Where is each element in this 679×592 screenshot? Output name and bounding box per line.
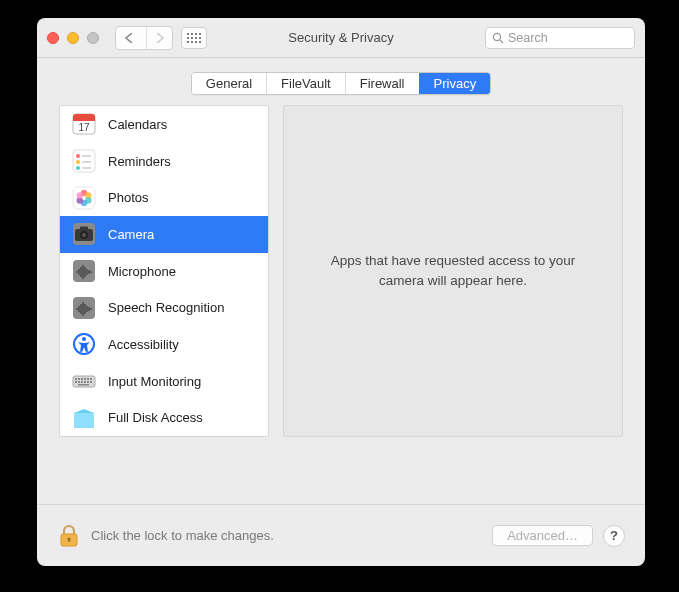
- nav-buttons: [115, 26, 173, 50]
- svg-rect-51: [87, 378, 89, 380]
- svg-rect-57: [87, 381, 89, 383]
- svg-line-1: [500, 40, 503, 43]
- photos-icon: [70, 184, 98, 212]
- svg-rect-25: [73, 260, 95, 282]
- sidebar-item-label: Speech Recognition: [108, 300, 224, 315]
- detail-message: Apps that have requested access to your …: [314, 251, 592, 290]
- svg-rect-48: [78, 378, 80, 380]
- sidebar-item-label: Input Monitoring: [108, 374, 201, 389]
- svg-point-7: [76, 154, 80, 158]
- sidebar-item-label: Full Disk Access: [108, 410, 203, 425]
- microphone-icon: [70, 257, 98, 285]
- svg-rect-59: [78, 384, 89, 386]
- svg-rect-4: [73, 119, 95, 121]
- svg-rect-24: [80, 227, 88, 230]
- tabs-row: General FileVault Firewall Privacy: [37, 58, 645, 105]
- svg-rect-58: [90, 381, 92, 383]
- svg-point-0: [493, 33, 500, 40]
- minimize-window-button[interactable]: [67, 32, 79, 44]
- back-button[interactable]: [116, 27, 142, 49]
- lock-button[interactable]: [57, 524, 81, 548]
- search-field[interactable]: Search: [485, 27, 635, 49]
- footer: Click the lock to make changes. Advanced…: [37, 504, 645, 566]
- sidebar-item-full-disk-access[interactable]: Full Disk Access: [60, 399, 268, 436]
- speech-icon: [70, 294, 98, 322]
- disk-icon: [70, 404, 98, 432]
- close-window-button[interactable]: [47, 32, 59, 44]
- show-all-button[interactable]: [181, 27, 207, 49]
- keyboard-icon: [70, 367, 98, 395]
- sidebar-item-camera[interactable]: Camera: [60, 216, 268, 253]
- zoom-window-button[interactable]: [87, 32, 99, 44]
- forward-button[interactable]: [146, 27, 172, 49]
- sidebar-item-photos[interactable]: Photos: [60, 179, 268, 216]
- sidebar-item-label: Accessibility: [108, 337, 179, 352]
- privacy-categories-list: 17 Calendars Reminders Photos: [59, 105, 269, 437]
- sidebar-item-label: Calendars: [108, 117, 167, 132]
- tab-filevault[interactable]: FileVault: [266, 73, 345, 94]
- sidebar-item-label: Camera: [108, 227, 154, 242]
- advanced-button[interactable]: Advanced…: [492, 525, 593, 546]
- svg-rect-50: [84, 378, 86, 380]
- search-placeholder: Search: [508, 31, 548, 45]
- tabs: General FileVault Firewall Privacy: [191, 72, 491, 95]
- lock-icon: [59, 524, 79, 548]
- sidebar-item-input-monitoring[interactable]: Input Monitoring: [60, 363, 268, 400]
- svg-point-19: [77, 192, 83, 198]
- sidebar-item-microphone[interactable]: Microphone: [60, 253, 268, 290]
- help-button[interactable]: ?: [603, 525, 625, 547]
- svg-rect-34: [73, 297, 95, 319]
- svg-rect-62: [68, 539, 70, 542]
- sidebar-item-calendars[interactable]: 17 Calendars: [60, 106, 268, 143]
- chevron-left-icon: [125, 33, 134, 43]
- svg-rect-54: [78, 381, 80, 383]
- sidebar-item-label: Microphone: [108, 264, 176, 279]
- grid-icon: [187, 33, 201, 43]
- svg-rect-53: [75, 381, 77, 383]
- svg-rect-55: [81, 381, 83, 383]
- content: 17 Calendars Reminders Photos: [37, 105, 645, 504]
- chevron-right-icon: [155, 33, 164, 43]
- camera-icon: [70, 220, 98, 248]
- reminders-icon: [70, 147, 98, 175]
- svg-point-45: [82, 337, 86, 341]
- sidebar-item-accessibility[interactable]: Accessibility: [60, 326, 268, 363]
- accessibility-icon: [70, 330, 98, 358]
- lock-text: Click the lock to make changes.: [91, 528, 274, 543]
- tab-general[interactable]: General: [192, 73, 266, 94]
- traffic-lights: [47, 32, 99, 44]
- svg-rect-52: [90, 378, 92, 380]
- svg-rect-56: [84, 381, 86, 383]
- svg-rect-47: [75, 378, 77, 380]
- sidebar-item-reminders[interactable]: Reminders: [60, 143, 268, 180]
- sidebar-item-speech-recognition[interactable]: Speech Recognition: [60, 289, 268, 326]
- preferences-window: Security & Privacy Search General FileVa…: [37, 18, 645, 566]
- svg-point-8: [76, 160, 80, 164]
- svg-rect-49: [81, 378, 83, 380]
- sidebar-item-label: Photos: [108, 190, 148, 205]
- svg-point-9: [76, 166, 80, 170]
- svg-point-23: [82, 233, 86, 237]
- titlebar: Security & Privacy Search: [37, 18, 645, 58]
- tab-privacy[interactable]: Privacy: [419, 73, 491, 94]
- tab-firewall[interactable]: Firewall: [345, 73, 419, 94]
- search-icon: [492, 32, 504, 44]
- calendar-icon: 17: [70, 110, 98, 138]
- sidebar-item-label: Reminders: [108, 154, 171, 169]
- detail-pane: Apps that have requested access to your …: [283, 105, 623, 437]
- svg-text:17: 17: [78, 122, 90, 133]
